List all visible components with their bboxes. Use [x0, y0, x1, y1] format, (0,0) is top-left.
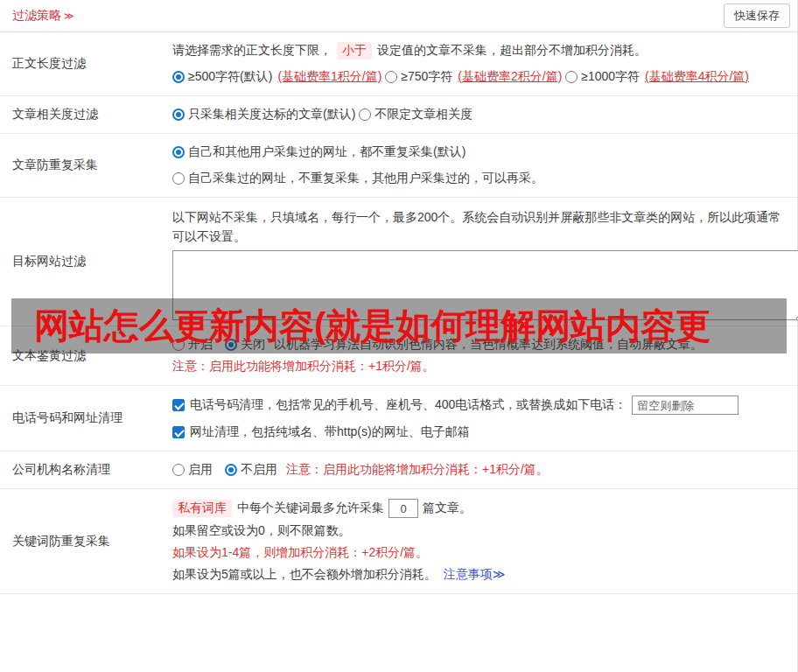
radio-icon[interactable] [172, 71, 185, 83]
porn-filter-label: 文本鉴黄过滤 [0, 326, 160, 385]
row-target-site-filter: 目标网站过滤 以下网站不采集，只填域名，每行一个，最多200个。系统会自动识别并… [0, 198, 797, 326]
intro-text-after: 设定值的文章不采集，超出部分不增加积分消耗。 [377, 43, 647, 59]
target-site-description: 以下网站不采集，只填域名，每行一个，最多200个。系统会自动识别并屏蔽那些非文章… [172, 207, 790, 246]
porn-filter-off-option[interactable]: 关闭 [225, 337, 265, 353]
porn-filter-description: 以机器学习算法自动识别色情内容，当色情概率达到系统阈值，自动屏蔽文章。 [274, 337, 703, 353]
keyword-count-input[interactable] [388, 499, 418, 518]
option-label: 自己和其他用户采集过的网址，都不重复采集(默认) [188, 144, 466, 160]
phone-clean-text: 电话号码清理，包括常见的手机号、座机号、400电话格式，或替换成如下电话： [190, 397, 626, 413]
option-label: ≥1000字符 [581, 69, 640, 85]
keyword-note-5plus-line: 如果设为5篇或以上，也不会额外增加积分消耗。 注意事项≫ [172, 566, 790, 584]
option-label: 开启 [188, 337, 213, 353]
fee-note: (基础费率1积分/篇) [277, 69, 382, 85]
relevance-content: 只采集相关度达标的文章(默认) 不限定文章相关度 [160, 96, 797, 133]
radio-icon[interactable] [225, 464, 237, 476]
body-length-label: 正文长度过滤 [0, 32, 160, 95]
option-label: 不限定文章相关度 [374, 107, 472, 122]
company-clean-label: 公司机构名称清理 [0, 452, 160, 488]
row-phone-url-clean: 电话号码和网址清理 电话号码清理，包括常见的手机号、座机号、400电话格式，或替… [0, 386, 797, 452]
porn-filter-cost-note: 注意：启用此功能将增加积分消耗：+1积分/篇。 [172, 358, 790, 375]
row-body-length-filter: 正文长度过滤 请选择需求的正文长度下限， 小于 设定值的文章不采集，超出部分不增… [0, 32, 797, 96]
replacement-phone-input[interactable] [632, 396, 738, 415]
blocked-sites-textarea[interactable] [172, 250, 798, 320]
porn-filter-options-line: 开启 关闭 以机器学习算法自动识别色情内容，当色情概率达到系统阈值，自动屏蔽文章… [172, 336, 790, 354]
filter-strategy-page: 过滤策略 ≫ 快速保存 正文长度过滤 请选择需求的正文长度下限， 小于 设定值的… [0, 0, 798, 672]
private-lexicon-tag[interactable]: 私有词库 [172, 500, 232, 517]
option-label: 自己采集过的网址，不重复采集，其他用户采集过的，可以再采。 [188, 171, 543, 186]
checkbox-icon[interactable] [172, 426, 185, 438]
relevance-label: 文章相关度过滤 [0, 96, 160, 133]
radio-icon[interactable] [172, 108, 185, 121]
keyword-note-empty: 如果留空或设为0，则不限篇数。 [172, 522, 790, 540]
target-site-content: 以下网站不采集，只填域名，每行一个，最多200个。系统会自动识别并屏蔽那些非文章… [160, 198, 797, 326]
keyword-dedup-content: 私有词库 中每个关键词最多允许采集 篇文章。 如果留空或设为0，则不限篇数。 如… [160, 489, 797, 593]
option-label: ≥500字符(默认) [188, 69, 272, 85]
page-title[interactable]: 过滤策略 ≫ [12, 8, 74, 24]
relevance-option-strict[interactable]: 只采集相关度达标的文章(默认) [172, 106, 355, 123]
company-clean-options-line: 启用 不启用 注意：启用此功能将增加积分消耗：+1积分/篇。 [172, 461, 790, 479]
porn-filter-on-option[interactable]: 开启 [172, 337, 213, 353]
page-header: 过滤策略 ≫ 快速保存 [0, 0, 797, 32]
row-porn-filter: 文本鉴黄过滤 开启 关闭 以机器学习算法自动识别色情内容，当色情概率达到系统阈值… [0, 326, 797, 386]
body-length-option-750[interactable]: ≥750字符 (基础费率2积分/篇) [385, 68, 562, 86]
company-clean-cost-note: 注意：启用此功能将增加积分消耗：+1积分/篇。 [286, 462, 549, 478]
dedup-option-global[interactable]: 自己和其他用户采集过的网址，都不重复采集(默认) [172, 144, 466, 161]
keyword-limit-text-end: 篇文章。 [423, 500, 472, 516]
relevance-option-any[interactable]: 不限定文章相关度 [359, 106, 472, 123]
phone-clean-option[interactable]: 电话号码清理，包括常见的手机号、座机号、400电话格式，或替换成如下电话： [172, 396, 738, 415]
keyword-note-5plus-text: 如果设为5篇或以上，也不会额外增加积分消耗。 [172, 567, 437, 583]
company-clean-content: 启用 不启用 注意：启用此功能将增加积分消耗：+1积分/篇。 [160, 452, 797, 488]
page-title-text: 过滤策略 [12, 8, 61, 24]
quick-save-button[interactable]: 快速保存 [724, 4, 790, 28]
target-site-label: 目标网站过滤 [0, 198, 160, 326]
less-than-tag: 小于 [337, 42, 372, 60]
option-label: 不启用 [241, 462, 277, 478]
radio-icon[interactable] [172, 464, 185, 476]
checkbox-icon[interactable] [172, 399, 185, 411]
porn-filter-content: 开启 关闭 以机器学习算法自动识别色情内容，当色情概率达到系统阈值，自动屏蔽文章… [160, 326, 797, 385]
dedup-option-self-only[interactable]: 自己采集过的网址，不重复采集，其他用户采集过的，可以再采。 [172, 170, 543, 187]
url-clean-text: 网址清理，包括纯域名、带http(s)的网址、电子邮箱 [190, 424, 470, 440]
keyword-limit-text: 中每个关键词最多允许采集 [237, 500, 384, 516]
phone-url-label: 电话号码和网址清理 [0, 386, 160, 451]
radio-icon[interactable] [172, 146, 185, 158]
radio-icon[interactable] [172, 172, 185, 185]
radio-icon[interactable] [385, 71, 397, 83]
chevron-down-icon: ≫ [64, 10, 74, 22]
keyword-limit-line: 私有词库 中每个关键词最多允许采集 篇文章。 [172, 499, 790, 518]
body-length-option-1000[interactable]: ≥1000字符 (基础费率4积分/篇) [565, 68, 749, 86]
row-company-clean: 公司机构名称清理 启用 不启用 注意：启用此功能将增加积分消耗：+1积分/篇。 [0, 452, 797, 489]
phone-url-content: 电话号码清理，包括常见的手机号、座机号、400电话格式，或替换成如下电话： 网址… [160, 386, 797, 451]
radio-icon[interactable] [565, 71, 578, 83]
notice-link[interactable]: 注意事项≫ [444, 567, 506, 583]
option-label: 启用 [188, 462, 213, 478]
fee-note: (基础费率2积分/篇) [458, 69, 562, 85]
option-label: 关闭 [241, 337, 265, 353]
url-clean-option[interactable]: 网址清理，包括纯域名、带http(s)的网址、电子邮箱 [172, 424, 470, 441]
radio-icon[interactable] [359, 108, 371, 121]
company-clean-off-option[interactable]: 不启用 [225, 462, 277, 478]
dedup-label: 文章防重复采集 [0, 134, 160, 197]
company-clean-on-option[interactable]: 启用 [172, 462, 213, 478]
body-length-intro: 请选择需求的正文长度下限， 小于 设定值的文章不采集，超出部分不增加积分消耗。 [172, 42, 790, 60]
row-keyword-dedup: 关键词防重复采集 私有词库 中每个关键词最多允许采集 篇文章。 如果留空或设为0… [0, 489, 797, 594]
keyword-note-1-4: 如果设为1-4篇，则增加积分消耗：+2积分/篇。 [172, 544, 790, 562]
body-length-content: 请选择需求的正文长度下限， 小于 设定值的文章不采集，超出部分不增加积分消耗。 … [160, 32, 797, 95]
option-label: ≥750字符 [401, 69, 452, 85]
row-relevance-filter: 文章相关度过滤 只采集相关度达标的文章(默认) 不限定文章相关度 [0, 96, 797, 134]
radio-icon[interactable] [172, 339, 185, 351]
row-article-dedup: 文章防重复采集 自己和其他用户采集过的网址，都不重复采集(默认) 自己采集过的网… [0, 134, 797, 198]
intro-text-before: 请选择需求的正文长度下限， [172, 43, 332, 59]
fee-note: (基础费率4积分/篇) [645, 69, 749, 85]
radio-icon[interactable] [225, 339, 237, 351]
option-label: 只采集相关度达标的文章(默认) [188, 107, 355, 122]
dedup-content: 自己和其他用户采集过的网址，都不重复采集(默认) 自己采集过的网址，不重复采集，… [160, 134, 797, 197]
body-length-option-500[interactable]: ≥500字符(默认) (基础费率1积分/篇) [172, 68, 382, 86]
keyword-dedup-label: 关键词防重复采集 [0, 489, 160, 593]
